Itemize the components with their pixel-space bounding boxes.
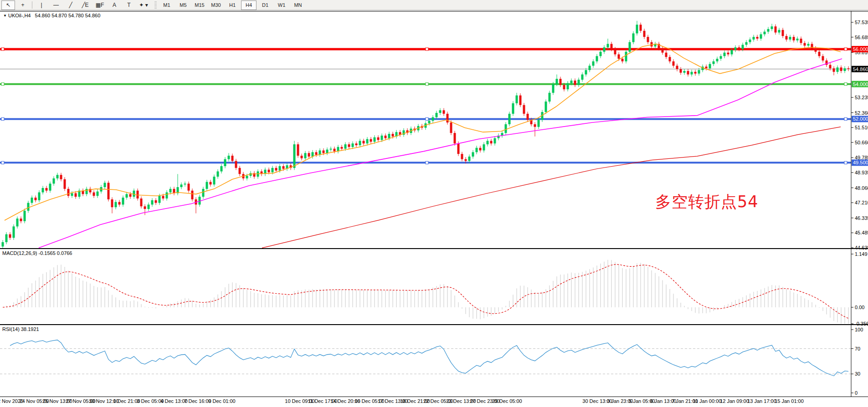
time-axis-label: 4 Dec 13:00 [160,398,187,404]
chart-title: ▼ UKOil-,H4 54.860 54.870 54.780 54.860 [3,13,100,18]
timeframe-d1[interactable]: D1 [257,0,273,10]
svg-text:46.335: 46.335 [855,215,868,221]
tool-crosshair[interactable]: + [16,0,30,10]
time-axis-label: 3 Dec 05:00 [137,398,164,404]
svg-text:52.360: 52.360 [855,110,868,116]
timeframe-m30[interactable]: M30 [208,0,224,10]
rsi-indicator-label: RSI(14) 38.1921 [2,326,39,332]
tool-cursor[interactable]: ↖ [1,0,15,10]
timeframe-w1[interactable]: W1 [274,0,289,10]
svg-text:44.635: 44.635 [855,245,868,250]
svg-text:70: 70 [855,346,860,351]
tool-equidistant-channel[interactable]: ╱E [78,0,92,10]
svg-text:45.485: 45.485 [855,230,868,235]
time-axis[interactable]: 22 Nov 202024 Nov 05:0025 Nov 13:0027 No… [0,397,868,407]
svg-text:-0.3563: -0.3563 [855,321,868,326]
timeframe-h4[interactable]: H4 [241,0,257,10]
timeframe-m15[interactable]: M15 [192,0,207,10]
tool-horizontal-line[interactable]: — [49,0,63,10]
svg-text:0.00: 0.00 [855,305,864,310]
time-axis-label: 9 Dec 01:00 [208,398,235,404]
timeframe-m5[interactable]: M5 [175,0,191,10]
time-axis-label: 11 Jan 00:00 [693,398,722,404]
svg-text:51.510: 51.510 [855,125,868,130]
time-axis-label: 29 Dec 05:00 [492,398,522,404]
timeframe-h1[interactable]: H1 [225,0,240,10]
timeframe-m1[interactable]: M1 [159,0,175,10]
svg-text:54.860: 54.860 [853,66,868,72]
svg-text:56.000: 56.000 [853,46,868,52]
macd-indicator-label: MACD(12,26,9) -0.1565 0.0766 [2,250,72,256]
svg-text:52.000: 52.000 [853,116,868,122]
toolbar-separator [32,1,32,9]
time-axis-label: 12 Jan 09:00 [720,398,749,404]
ohlc-values: 54.860 54.870 54.780 54.860 [35,13,101,18]
svg-text:48.060: 48.060 [855,185,868,191]
timeframe-mn[interactable]: MN [290,0,306,10]
svg-text:56.685: 56.685 [855,35,868,40]
svg-text:30: 30 [855,371,860,376]
svg-text:53.235: 53.235 [855,95,868,100]
time-axis-label: 15 Jan 01:00 [775,398,804,404]
time-axis-label: 7 Dec 16:00 [184,398,211,404]
tool-vertical-line[interactable]: | [35,0,48,10]
svg-text:49.500: 49.500 [853,160,868,165]
mt4-window: ↖+|—╱╱E▦FAT✦ ▾M1M5M15M30H1H4D1W1MN 57.53… [0,0,868,407]
toolbar-grip[interactable] [154,1,157,9]
tool-text-label[interactable]: T [122,0,136,10]
tool-fibonacci[interactable]: ▦F [93,0,107,10]
svg-text:50.660: 50.660 [855,140,868,145]
collapse-triangle-icon[interactable]: ▼ [3,14,7,18]
svg-text:48.935: 48.935 [855,170,868,175]
annotation-text[interactable]: 多空转折点54 [655,191,759,213]
time-axis-label: 13 Jan 17:00 [747,398,776,404]
svg-text:0: 0 [855,390,858,396]
tool-arrows[interactable]: ✦ ▾ [137,0,150,10]
svg-text:54.000: 54.000 [853,81,868,87]
svg-text:47.210: 47.210 [855,200,868,205]
symbol-title: UKOil-,H4 [8,13,31,18]
toolbar: ↖+|—╱╱E▦FAT✦ ▾M1M5M15M30H1H4D1W1MN [0,0,868,10]
tool-trendline[interactable]: ╱ [64,0,77,10]
svg-text:57.535: 57.535 [855,20,868,25]
svg-text:100: 100 [855,327,863,332]
time-axis-label: 1 Dec 21:00 [113,398,140,404]
svg-text:1.149: 1.149 [855,251,868,257]
tool-text[interactable]: A [108,0,121,10]
